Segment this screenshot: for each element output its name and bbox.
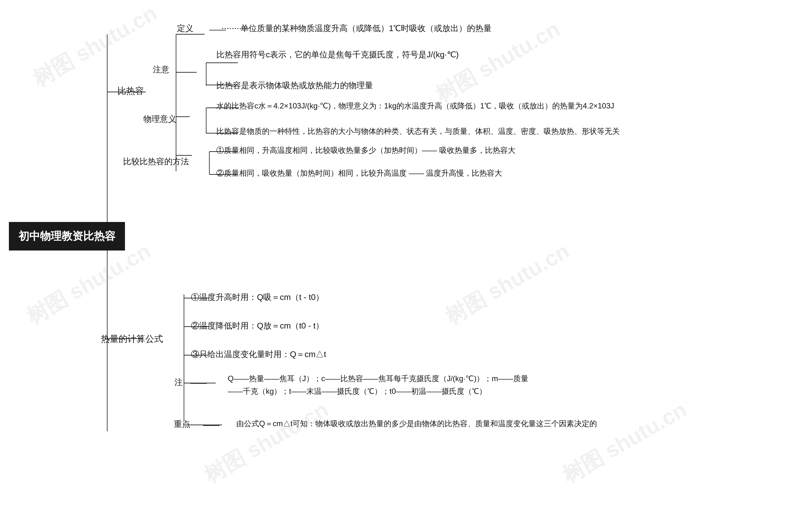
watermark-1: 树图 shutu.cn — [28, 0, 162, 93]
node-zhongdian: 重点 — [174, 419, 190, 430]
node-dingyi-desc: 单位质量的某种物质温度升高（或降低）1℃时吸收（或放出）的热量 — [240, 23, 492, 34]
node-wuliyi: 物理意义 — [144, 114, 176, 125]
zhu-dash: —— — [190, 378, 207, 388]
node-gongshi3: ③只给出温度变化量时用：Q＝cm△t — [191, 349, 326, 360]
node-gongshi1: ①温度升高时用：Q吸＝cm（t - t0） — [191, 292, 324, 303]
node-bijiao1: ①质量相同，升高温度相同，比较吸收热量多少（加热时间）—— 吸收热量多，比热容大 — [216, 145, 516, 155]
mindmap: 初中物理教资比热容 树图 shutu.cn 树图 shutu.cn 树图 shu… — [0, 0, 812, 508]
watermark-6: 树图 shutu.cn — [557, 395, 692, 490]
node-zhu: 注 — [174, 377, 183, 388]
node-zhuyi: 注意 — [153, 64, 169, 75]
node-dingyi: 定义 — [177, 23, 194, 34]
node-zhuyi2: 比热容是表示物体吸热或放热能力的物理量 — [216, 80, 373, 91]
node-gongshi2: ②温度降低时用：Q放＝cm（t0 - t） — [191, 320, 324, 331]
root-node: 初中物理教资比热容 — [9, 222, 125, 251]
zhongdian-dash: —— — [203, 420, 219, 430]
branch-reli-jisuan: 热量的计算公式 — [101, 333, 163, 345]
watermark-4: 树图 shutu.cn — [440, 237, 575, 331]
watermark-3: 树图 shutu.cn — [21, 237, 156, 331]
node-bijiao: 比较比热容的方法 — [123, 156, 189, 167]
node-bijiao2: ②质量相同，吸收热量（加热时间）相同，比较升高温度 —— 温度升高慢，比热容大 — [216, 168, 502, 178]
node-zhongdian-desc: 由公式Q＝cm△t可知：物体吸收或放出热量的多少是由物体的比热容、质量和温度变化… — [236, 419, 597, 429]
connector-lines — [0, 0, 812, 508]
node-wuli1: 水的比热容c水＝4.2×103J/(kg·℃)，物理意义为：1kg的水温度升高（… — [216, 101, 614, 111]
node-zhu-line1: Q——热量——焦耳（J）；c——比热容——焦耳每千克摄氏度（J/(kg·℃)）；… — [228, 374, 528, 384]
branch-bire-rong: 比热容 — [117, 85, 144, 97]
node-zhuyi1: 比热容用符号c表示，它的单位是焦每千克摄氏度，符号是J/(kg·℃) — [216, 49, 459, 60]
dingyi-dash: —— — [209, 25, 226, 35]
watermark-5: 树图 shutu.cn — [199, 395, 334, 490]
node-zhu-line2: ——千克（kg）；t——末温——摄氏度（℃）；t0——初温——摄氏度（℃） — [228, 386, 487, 396]
node-wuli2: 比热容是物质的一种特性，比热容的大小与物体的种类、状态有关，与质量、体积、温度、… — [216, 126, 620, 136]
